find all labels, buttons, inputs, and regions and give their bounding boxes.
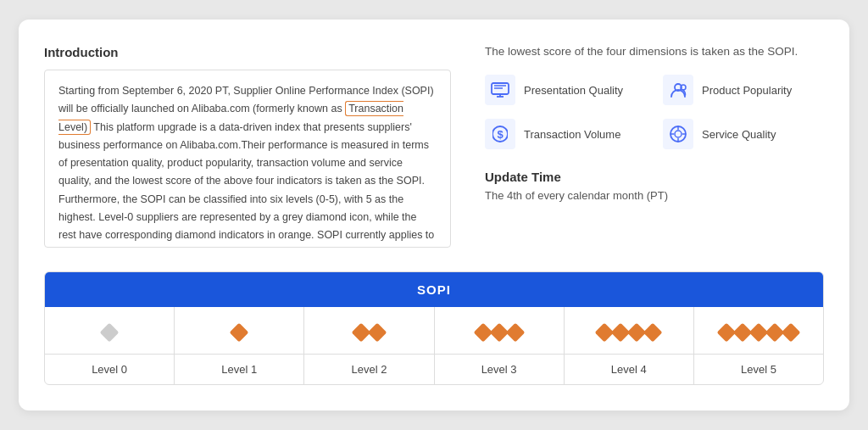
update-title: Update Time (485, 170, 824, 184)
sopi-description: The lowest score of the four dimensions … (485, 45, 824, 58)
update-text: The 4th of every calendar month (PT) (485, 189, 824, 202)
diamond-1 (230, 322, 249, 342)
presentation-label: Presentation Quality (524, 84, 623, 97)
sopi-col-5: Level 5 (694, 307, 823, 384)
metric-popularity: Product Popularity (663, 75, 824, 105)
sopi-col-0: Level 0 (45, 307, 175, 384)
left-panel: Introduction Starting from September 6, … (44, 45, 451, 248)
metric-transaction: $ Transaction Volume (485, 119, 646, 149)
diamond-2b (368, 322, 387, 342)
sopi-col-3: Level 3 (435, 307, 565, 384)
diamonds-3 (435, 307, 564, 355)
diamond-4d (643, 322, 663, 342)
transaction-icon: $ (485, 119, 515, 149)
popularity-icon (663, 75, 693, 105)
update-section: Update Time The 4th of every calendar mo… (485, 170, 824, 202)
level-5-label: Level 5 (694, 355, 823, 384)
level-1-label: Level 1 (175, 355, 303, 384)
diamond-5e (782, 322, 801, 342)
introduction-scroll[interactable]: Starting from September 6, 2020 PT, Supp… (44, 70, 451, 248)
sopi-header: SOPI (45, 272, 823, 307)
right-panel: The lowest score of the four dimensions … (485, 45, 824, 248)
transaction-label: Transaction Volume (524, 128, 620, 141)
introduction-text: Starting from September 6, 2020 PT, Supp… (58, 82, 437, 248)
introduction-title: Introduction (44, 45, 451, 59)
sopi-section: SOPI Level 0 Level 1 (44, 271, 824, 385)
top-section: Introduction Starting from September 6, … (44, 45, 824, 248)
sopi-col-1: Level 1 (175, 307, 304, 384)
popularity-label: Product Popularity (702, 84, 792, 97)
sopi-table: Level 0 Level 1 Level 2 (45, 307, 823, 384)
svg-text:$: $ (497, 128, 504, 141)
metric-presentation: Presentation Quality (485, 75, 646, 105)
diamond-grey (100, 322, 120, 342)
sopi-col-4: Level 4 (565, 307, 694, 384)
service-icon (663, 119, 693, 149)
level-4-label: Level 4 (565, 355, 693, 384)
level-3-label: Level 3 (435, 355, 564, 384)
diamonds-5 (694, 307, 823, 355)
metrics-grid: Presentation Quality Product Popularity (485, 75, 824, 149)
presentation-icon (485, 75, 515, 105)
diamonds-1 (175, 307, 303, 355)
level-2-label: Level 2 (304, 355, 433, 384)
diamonds-0 (45, 307, 174, 355)
diamond-3c (505, 322, 525, 342)
diamonds-4 (565, 307, 693, 355)
sopi-col-2: Level 2 (304, 307, 434, 384)
service-label: Service Quality (702, 128, 776, 141)
svg-point-10 (675, 131, 682, 137)
diamonds-2 (304, 307, 433, 355)
main-card: Introduction Starting from September 6, … (19, 20, 849, 410)
level-0-label: Level 0 (45, 355, 174, 384)
metric-service: Service Quality (663, 119, 824, 149)
